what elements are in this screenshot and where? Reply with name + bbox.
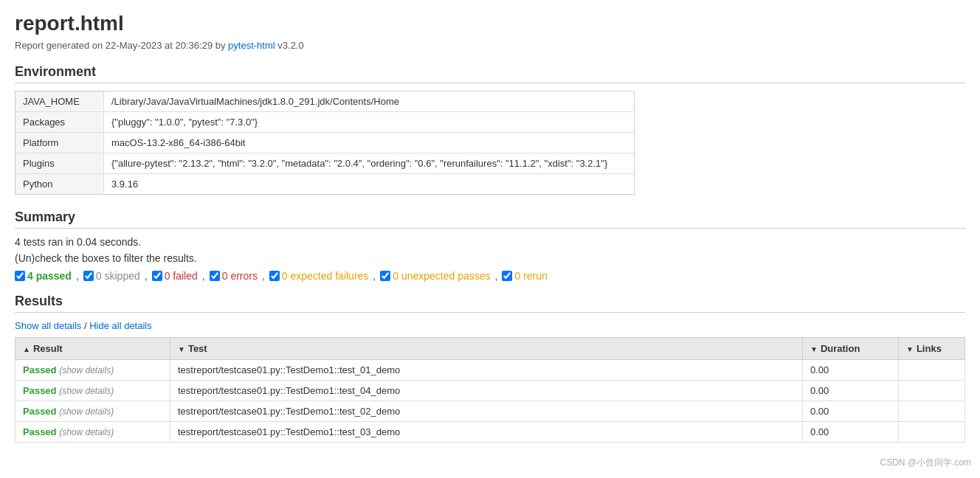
filter-failed-checkbox[interactable] xyxy=(152,271,162,281)
results-section: Results Show all details / Hide all deta… xyxy=(15,294,965,443)
result-status: Passed xyxy=(23,406,57,417)
test-cell: testreport/testcase01.py::TestDemo1::tes… xyxy=(170,422,803,443)
filter-item: 0 rerun xyxy=(502,270,547,282)
env-value: {"pluggy": "1.0.0", "pytest": "7.3.0"} xyxy=(104,112,635,133)
filter-skipped-checkbox[interactable] xyxy=(83,271,94,281)
hide-all-details-link[interactable]: Hide all details xyxy=(89,320,152,331)
filter-item: 4 passed xyxy=(15,270,72,282)
env-value: {"allure-pytest": "2.13.2", "html": "3.2… xyxy=(104,153,635,174)
filter-xfail-checkbox[interactable] xyxy=(269,271,280,281)
filter-rerun-checkbox[interactable] xyxy=(502,271,512,281)
env-value: 3.9.16 xyxy=(104,174,635,195)
env-key: Python xyxy=(15,174,104,195)
table-row: Passed (show details)testreport/testcase… xyxy=(15,381,965,401)
filter-xpass-checkbox[interactable] xyxy=(380,271,390,281)
results-header-row: ▲Result▼Test▼Duration▼Links xyxy=(15,338,965,360)
filter-rerun-label[interactable]: 0 rerun xyxy=(514,270,547,282)
env-row: Python3.9.16 xyxy=(15,174,635,195)
filter-hint: (Un)check the boxes to filter the result… xyxy=(15,252,965,264)
result-status: Passed xyxy=(23,364,57,375)
filter-item: 0 failed xyxy=(152,270,198,282)
duration-cell: 0.00 xyxy=(803,360,899,381)
report-meta: Report generated on 22-May-2023 at 20:36… xyxy=(15,40,965,51)
filter-item: 0 errors xyxy=(210,270,258,282)
sort-icon: ▼ xyxy=(178,345,185,353)
filter-passed-label[interactable]: 4 passed xyxy=(27,270,72,282)
result-cell: Passed (show details) xyxy=(15,401,170,422)
env-value: macOS-13.2-x86_64-i386-64bit xyxy=(104,133,635,153)
filter-xfail-label[interactable]: 0 expected failures xyxy=(282,270,369,282)
env-row: Plugins{"allure-pytest": "2.13.2", "html… xyxy=(15,153,635,174)
filter-skipped-label[interactable]: 0 skipped xyxy=(96,270,140,282)
report-generated-text: Report generated on 22-May-2023 at 20:36… xyxy=(15,40,228,51)
result-status: Passed xyxy=(23,385,57,396)
show-details-link[interactable]: (show details) xyxy=(59,386,114,396)
show-all-details-link[interactable]: Show all details xyxy=(15,320,81,331)
links-cell xyxy=(899,360,965,381)
env-key: Packages xyxy=(15,112,104,133)
result-cell: Passed (show details) xyxy=(15,422,170,443)
filter-separator: , xyxy=(202,270,205,282)
filter-row: 4 passed,0 skipped,0 failed,0 errors,0 e… xyxy=(15,270,965,282)
summary-tests-ran: 4 tests ran in 0.04 seconds. xyxy=(15,236,965,248)
report-version: v3.2.0 xyxy=(275,40,304,51)
result-status: Passed xyxy=(23,426,57,437)
environment-heading: Environment xyxy=(15,64,965,83)
env-row: PlatformmacOS-13.2-x86_64-i386-64bit xyxy=(15,133,635,153)
filter-item: 0 expected failures xyxy=(269,270,369,282)
filter-failed-label[interactable]: 0 failed xyxy=(165,270,198,282)
col-header-duration[interactable]: ▼Duration xyxy=(803,338,899,360)
duration-cell: 0.00 xyxy=(803,422,899,443)
filter-separator: , xyxy=(262,270,265,282)
env-key: JAVA_HOME xyxy=(15,91,104,112)
details-links: Show all details / Hide all details xyxy=(15,320,965,331)
summary-section: 4 tests ran in 0.04 seconds. (Un)check t… xyxy=(15,236,965,282)
table-row: Passed (show details)testreport/testcase… xyxy=(15,422,965,443)
env-value: /Library/Java/JavaVirtualMachines/jdk1.8… xyxy=(104,91,635,112)
filter-item: 0 skipped xyxy=(83,270,140,282)
links-cell xyxy=(899,401,965,422)
filter-separator: , xyxy=(145,270,148,282)
show-details-link[interactable]: (show details) xyxy=(59,406,114,417)
page-title: report.html xyxy=(15,12,965,35)
sort-icon: ▼ xyxy=(906,345,914,353)
environment-table: JAVA_HOME/Library/Java/JavaVirtualMachin… xyxy=(15,91,635,195)
show-details-link[interactable]: (show details) xyxy=(59,427,114,437)
result-cell: Passed (show details) xyxy=(15,381,170,401)
sort-icon: ▲ xyxy=(23,345,30,353)
links-cell xyxy=(899,422,965,443)
results-table: ▲Result▼Test▼Duration▼Links Passed (show… xyxy=(15,337,965,443)
results-heading: Results xyxy=(15,294,965,313)
col-header-result[interactable]: ▲Result xyxy=(15,338,170,360)
result-cell: Passed (show details) xyxy=(15,360,170,381)
col-header-test[interactable]: ▼Test xyxy=(170,338,803,360)
filter-passed-checkbox[interactable] xyxy=(15,271,25,281)
filter-errors-label[interactable]: 0 errors xyxy=(222,270,258,282)
env-key: Plugins xyxy=(15,153,104,174)
pytest-html-link[interactable]: pytest-html xyxy=(228,40,275,51)
duration-cell: 0.00 xyxy=(803,401,899,422)
env-key: Platform xyxy=(15,133,104,153)
filter-item: 0 unexpected passes xyxy=(380,270,490,282)
test-cell: testreport/testcase01.py::TestDemo1::tes… xyxy=(170,401,803,422)
env-row: JAVA_HOME/Library/Java/JavaVirtualMachin… xyxy=(15,91,635,112)
filter-separator: , xyxy=(76,270,79,282)
test-cell: testreport/testcase01.py::TestDemo1::tes… xyxy=(170,360,803,381)
env-row: Packages{"pluggy": "1.0.0", "pytest": "7… xyxy=(15,112,635,133)
show-details-link[interactable]: (show details) xyxy=(59,365,114,375)
table-row: Passed (show details)testreport/testcase… xyxy=(15,401,965,422)
sort-icon: ▼ xyxy=(810,345,818,353)
filter-xpass-label[interactable]: 0 unexpected passes xyxy=(393,270,490,282)
filter-separator: , xyxy=(373,270,376,282)
table-row: Passed (show details)testreport/testcase… xyxy=(15,360,965,381)
filter-errors-checkbox[interactable] xyxy=(210,271,220,281)
col-header-links[interactable]: ▼Links xyxy=(899,338,965,360)
test-cell: testreport/testcase01.py::TestDemo1::tes… xyxy=(170,381,803,401)
filter-separator: , xyxy=(495,270,498,282)
duration-cell: 0.00 xyxy=(803,381,899,401)
summary-heading: Summary xyxy=(15,209,965,229)
links-cell xyxy=(899,381,965,401)
